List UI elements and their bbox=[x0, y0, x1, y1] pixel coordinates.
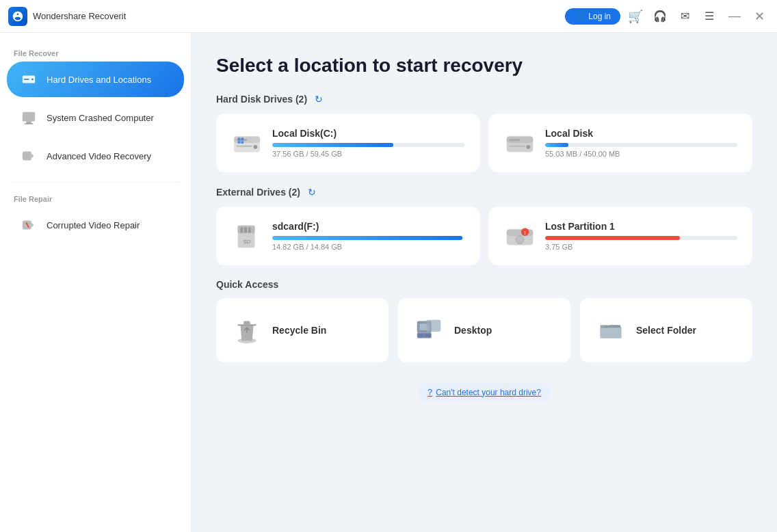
detect-link-text: Can't detect your hard drive? bbox=[436, 388, 541, 397]
hard-disk-header: Hard Disk Drives (2) ↻ bbox=[216, 93, 752, 105]
drive-card-local-disk[interactable]: Local Disk 55.03 MB / 450.00 MB bbox=[489, 114, 752, 172]
drive-bar-bg-sdcard bbox=[272, 236, 464, 240]
quick-access-header: Quick Access bbox=[216, 279, 752, 290]
svg-rect-42 bbox=[425, 334, 430, 337]
sidebar-advanced-video-label: Advanced Video Recovery bbox=[47, 151, 151, 161]
desktop-icon bbox=[413, 315, 445, 346]
headset-icon[interactable]: 🎧 bbox=[650, 7, 670, 26]
menu-icon[interactable]: ☰ bbox=[700, 7, 719, 26]
sidebar-item-corrupted-video[interactable]: Corrupted Video Repair bbox=[7, 207, 184, 243]
recycle-bin-label: Recycle Bin bbox=[272, 325, 326, 336]
svg-rect-37 bbox=[243, 321, 250, 325]
drive-size-lost-partition: 3.75 GB bbox=[545, 243, 737, 251]
svg-marker-7 bbox=[31, 153, 34, 158]
drive-size-local-c: 37.56 GB / 59.45 GB bbox=[272, 150, 464, 158]
advanced-video-icon bbox=[18, 145, 40, 167]
external-drives-grid: SD sdcard(F:) 14.82 GB / 14.84 GB bbox=[216, 207, 752, 265]
drive-card-sdcard[interactable]: SD sdcard(F:) 14.82 GB / 14.84 GB bbox=[216, 207, 479, 265]
drive-size-local-disk: 55.03 MB / 450.00 MB bbox=[545, 150, 737, 158]
drive-bar-bg-local-c bbox=[272, 143, 464, 147]
app-logo bbox=[8, 7, 27, 26]
detect-link-icon: ? bbox=[427, 387, 432, 397]
close-button[interactable]: ✕ bbox=[750, 6, 769, 27]
drive-size-sdcard: 14.82 GB / 14.84 GB bbox=[272, 243, 464, 251]
drive-name-sdcard: sdcard(F:) bbox=[272, 221, 464, 232]
svg-rect-28 bbox=[244, 228, 247, 233]
external-drives-header: External Drives (2) ↻ bbox=[216, 186, 752, 198]
login-icon: 👤 bbox=[575, 12, 585, 21]
drive-icon-local-c bbox=[231, 127, 263, 159]
drive-name-local-disk: Local Disk bbox=[545, 128, 737, 139]
svg-rect-17 bbox=[241, 137, 243, 140]
drive-info-sdcard: sdcard(F:) 14.82 GB / 14.84 GB bbox=[272, 221, 464, 251]
sidebar-hard-drives-label: Hard Drives and Locations bbox=[47, 75, 151, 85]
titlebar: Wondershare Recoverit 👤 Log in 🛒 🎧 ✉ ☰ —… bbox=[0, 0, 777, 33]
drive-icon-lost-partition: ! bbox=[504, 220, 536, 252]
svg-rect-3 bbox=[23, 112, 35, 122]
svg-rect-19 bbox=[241, 141, 243, 144]
drive-bar-fill-lost-partition bbox=[545, 236, 680, 240]
sidebar-corrupted-video-label: Corrupted Video Repair bbox=[47, 220, 140, 230]
svg-point-33 bbox=[516, 236, 524, 244]
quick-access-section-title: Quick Access bbox=[216, 279, 278, 290]
svg-text:!: ! bbox=[524, 230, 526, 236]
corrupted-video-icon bbox=[18, 214, 40, 236]
external-drives-refresh-icon[interactable]: ↻ bbox=[306, 186, 318, 198]
quick-card-select-folder[interactable]: Select Folder bbox=[580, 298, 752, 362]
svg-rect-29 bbox=[248, 228, 251, 233]
drive-info-lost-partition: Lost Partition 1 3.75 GB bbox=[545, 221, 737, 251]
drive-bar-bg-lost-partition bbox=[545, 236, 737, 240]
mail-icon[interactable]: ✉ bbox=[675, 7, 694, 26]
svg-rect-4 bbox=[26, 122, 31, 124]
svg-rect-6 bbox=[23, 152, 31, 161]
hard-disk-drives-grid: Local Disk(C:) 37.56 GB / 59.45 GB bbox=[216, 114, 752, 172]
select-folder-icon bbox=[595, 315, 627, 346]
quick-card-desktop[interactable]: Desktop bbox=[398, 298, 570, 362]
drive-icon-sdcard: SD bbox=[231, 220, 263, 252]
hard-drives-icon bbox=[18, 68, 40, 90]
minimize-button[interactable]: — bbox=[724, 6, 745, 26]
sidebar: File Recover Hard Drives and Locations bbox=[0, 33, 192, 532]
drive-bar-fill-sdcard bbox=[272, 236, 462, 240]
svg-marker-9 bbox=[31, 222, 34, 227]
login-button[interactable]: 👤 Log in bbox=[565, 8, 620, 25]
hard-disk-section-title: Hard Disk Drives (2) bbox=[216, 94, 307, 105]
svg-point-23 bbox=[527, 145, 531, 149]
drive-card-lost-partition[interactable]: ! Lost Partition 1 3.75 GB bbox=[489, 207, 752, 265]
detect-link[interactable]: ? Can't detect your hard drive? bbox=[418, 383, 551, 401]
quick-card-recycle-bin[interactable]: Recycle Bin bbox=[216, 298, 388, 362]
login-label: Log in bbox=[588, 12, 611, 21]
sidebar-item-hard-drives[interactable]: Hard Drives and Locations bbox=[7, 62, 184, 97]
drive-name-lost-partition: Lost Partition 1 bbox=[545, 221, 737, 232]
file-repair-label: File Repair bbox=[0, 189, 191, 206]
sidebar-divider bbox=[11, 182, 180, 183]
svg-rect-18 bbox=[238, 141, 241, 144]
drive-bar-bg-local-disk bbox=[545, 143, 737, 147]
drive-card-local-c[interactable]: Local Disk(C:) 37.56 GB / 59.45 GB bbox=[216, 114, 479, 172]
drive-name-local-c: Local Disk(C:) bbox=[272, 128, 464, 139]
svg-rect-22 bbox=[510, 139, 520, 141]
external-drives-section-title: External Drives (2) bbox=[216, 187, 300, 198]
svg-point-14 bbox=[254, 145, 258, 149]
svg-rect-5 bbox=[25, 123, 34, 124]
cart-icon[interactable]: 🛒 bbox=[626, 7, 645, 26]
page-title: Select a location to start recovery bbox=[216, 55, 752, 77]
svg-rect-43 bbox=[426, 320, 440, 332]
drive-info-local-c: Local Disk(C:) 37.56 GB / 59.45 GB bbox=[272, 128, 464, 158]
recycle-bin-icon bbox=[231, 315, 263, 346]
sidebar-item-system-crashed[interactable]: System Crashed Computer bbox=[7, 100, 184, 135]
sidebar-item-advanced-video[interactable]: Advanced Video Recovery bbox=[7, 138, 184, 174]
app-name: Wondershare Recoverit bbox=[33, 11, 565, 21]
svg-rect-32 bbox=[507, 229, 533, 236]
drive-bar-fill-local-disk bbox=[545, 143, 568, 147]
svg-rect-41 bbox=[419, 334, 424, 337]
svg-rect-27 bbox=[240, 228, 243, 233]
quick-access-grid: Recycle Bin Desktop bbox=[216, 298, 752, 362]
svg-point-1 bbox=[31, 79, 34, 81]
hard-disk-refresh-icon[interactable]: ↻ bbox=[313, 93, 325, 105]
file-recover-label: File Recover bbox=[0, 44, 191, 60]
desktop-label: Desktop bbox=[454, 325, 492, 336]
sidebar-system-crashed-label: System Crashed Computer bbox=[47, 113, 154, 123]
content-area: Select a location to start recovery Hard… bbox=[192, 33, 777, 532]
svg-rect-44 bbox=[601, 328, 622, 338]
